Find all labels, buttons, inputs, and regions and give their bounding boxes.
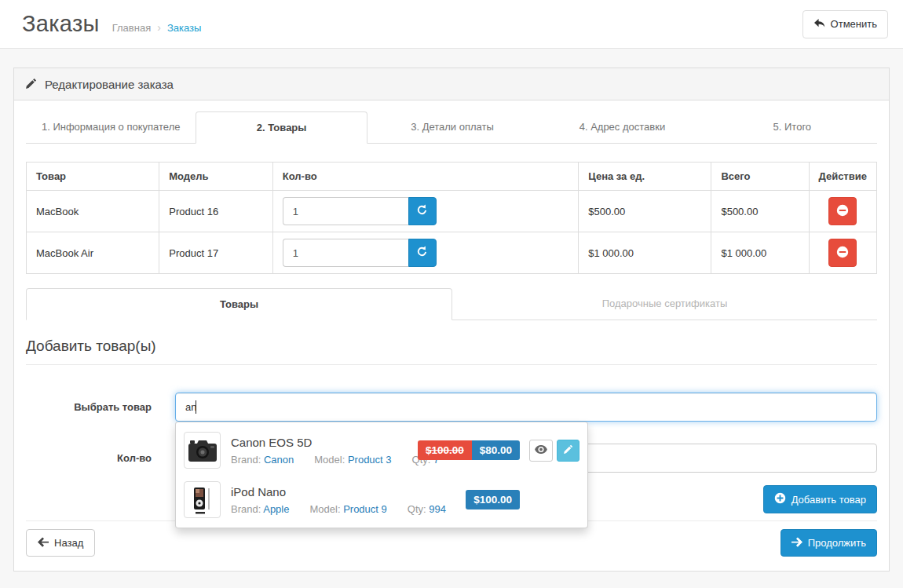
view-product-button[interactable] <box>529 440 553 462</box>
product-select-input[interactable] <box>175 393 877 422</box>
autocomplete-item-canon-eos-5d[interactable]: Canon EOS 5D Brand: Canon Model: Product… <box>176 425 587 475</box>
cell-model: Product 16 <box>159 191 273 232</box>
add-product-button-label: Добавить товар <box>791 494 866 506</box>
product-thumbnail <box>184 432 221 469</box>
cell-unit-price: $500.00 <box>579 191 711 232</box>
header-title-group: Заказы Главная › Заказы <box>15 11 201 37</box>
product-info: iPod Nano Brand: Apple Model: Product 9 … <box>231 485 459 515</box>
minus-circle-icon <box>836 246 849 261</box>
select-product-row: Выбрать товар <box>26 393 877 422</box>
price-badge: $100.00 <box>466 490 520 510</box>
minus-circle-icon <box>836 204 849 219</box>
price-badges: $100.00 $80.00 <box>418 440 520 461</box>
breadcrumb-separator: › <box>157 21 161 34</box>
refresh-quantity-button[interactable] <box>408 239 437 267</box>
brand-label: Brand: <box>231 454 261 466</box>
product-autocomplete-dropdown: Canon EOS 5D Brand: Canon Model: Product… <box>175 422 588 528</box>
subtab-products[interactable]: Товары <box>26 288 452 320</box>
col-header-model: Модель <box>159 163 273 191</box>
product-name: Canon EOS 5D <box>231 436 411 449</box>
brand-label: Brand: <box>231 503 261 515</box>
panel-title: Редактирование заказа <box>45 78 174 91</box>
product-meta: Brand: Canon Model: Product 3 Qty: 7 <box>231 454 411 466</box>
row-quantity-input[interactable] <box>283 239 408 267</box>
col-header-action: Действие <box>809 163 877 191</box>
panel-body: 1. Информация о покупателе 2. Товары 3. … <box>14 100 889 571</box>
product-meta: Brand: Apple Model: Product 9 Qty: 994 <box>231 503 459 515</box>
model-label: Model: <box>314 454 345 466</box>
tab-products[interactable]: 2. Товары <box>196 111 367 144</box>
refresh-quantity-button[interactable] <box>408 197 437 225</box>
cell-total: $500.00 <box>711 191 809 232</box>
wizard-footer: Назад Продолжить <box>26 529 877 557</box>
product-voucher-tabs: Товары Подарочные сертификаты <box>26 288 877 320</box>
edit-product-button[interactable] <box>557 440 579 462</box>
product-name: iPod Nano <box>231 485 459 499</box>
camera-image <box>187 437 218 464</box>
tab-payment-details[interactable]: 3. Детали оплаты <box>367 111 537 144</box>
edit-order-panel: Редактирование заказа 1. Информация о по… <box>13 68 890 572</box>
tab-shipping-address[interactable]: 4. Адрес доставки <box>537 111 707 144</box>
back-button-label: Назад <box>54 537 83 549</box>
cancel-button-label: Отменить <box>831 18 877 30</box>
arrow-right-icon <box>791 537 802 550</box>
add-product-button[interactable]: Добавить товар <box>763 485 877 513</box>
ipod-image <box>189 486 216 514</box>
price-badge: $80.00 <box>472 440 520 461</box>
model-label: Model: <box>309 503 340 515</box>
cell-total: $1 000.00 <box>711 232 809 274</box>
pencil-icon <box>26 78 37 91</box>
qty-value[interactable]: 994 <box>429 503 446 515</box>
select-product-label: Выбрать товар <box>26 401 152 413</box>
autocomplete-item-ipod-nano[interactable]: iPod Nano Brand: Apple Model: Product 9 … <box>176 475 587 524</box>
arrow-left-icon <box>38 537 49 550</box>
subtab-vouchers[interactable]: Подарочные сертификаты <box>452 288 877 320</box>
breadcrumb: Главная › Заказы <box>112 21 202 34</box>
quantity-input-group <box>283 197 437 225</box>
product-thumbnail <box>184 481 221 518</box>
table-row: MacBook Air Product 17 $1 000.00 <box>27 232 877 274</box>
continue-button[interactable]: Продолжить <box>781 529 877 557</box>
col-header-unit-price: Цена за ед. <box>579 163 711 191</box>
cell-product-name: MacBook Air <box>27 232 159 274</box>
model-link[interactable]: Product 3 <box>348 454 392 466</box>
brand-link[interactable]: Canon <box>264 454 294 466</box>
table-header-row: Товар Модель Кол-во Цена за ед. Всего Де… <box>27 163 877 191</box>
col-header-product: Товар <box>27 163 159 191</box>
price-badges: $100.00 <box>466 490 520 510</box>
breadcrumb-current-link[interactable]: Заказы <box>167 22 201 34</box>
model-link[interactable]: Product 9 <box>343 503 387 515</box>
page-title: Заказы <box>22 11 100 37</box>
quantity-label: Кол-во <box>26 452 152 464</box>
col-header-total: Всего <box>711 163 809 191</box>
quantity-input-group <box>283 239 437 267</box>
pencil-icon <box>564 444 573 456</box>
brand-link[interactable]: Apple <box>263 503 289 515</box>
cell-unit-price: $1 000.00 <box>579 232 711 274</box>
panel-heading: Редактирование заказа <box>14 68 889 100</box>
remove-product-button[interactable] <box>828 239 857 267</box>
add-products-heading: Добавить товар(ы) <box>26 338 877 365</box>
tab-customer[interactable]: 1. Информация о покупателе <box>26 111 196 144</box>
refresh-icon <box>416 246 428 260</box>
tab-totals[interactable]: 5. Итого <box>707 111 877 144</box>
table-row: MacBook Product 16 $500.00 <box>27 191 877 232</box>
item-actions <box>529 440 579 462</box>
remove-product-button[interactable] <box>828 197 857 225</box>
cell-model: Product 17 <box>159 232 273 274</box>
plus-circle-icon <box>774 492 786 506</box>
order-products-table: Товар Модель Кол-во Цена за ед. Всего Де… <box>26 162 877 274</box>
row-quantity-input[interactable] <box>283 197 408 225</box>
qty-label: Qty: <box>408 503 426 515</box>
refresh-icon <box>416 204 428 218</box>
product-info: Canon EOS 5D Brand: Canon Model: Product… <box>231 436 411 466</box>
undo-icon <box>813 18 825 31</box>
page-header: Заказы Главная › Заказы Отменить <box>0 0 903 49</box>
eye-icon <box>535 444 547 456</box>
old-price-badge: $100.00 <box>418 440 472 461</box>
breadcrumb-home-link[interactable]: Главная <box>112 22 151 34</box>
continue-button-label: Продолжить <box>808 537 866 549</box>
cell-product-name: MacBook <box>27 191 159 232</box>
cancel-button[interactable]: Отменить <box>802 10 888 38</box>
back-button[interactable]: Назад <box>26 529 95 557</box>
